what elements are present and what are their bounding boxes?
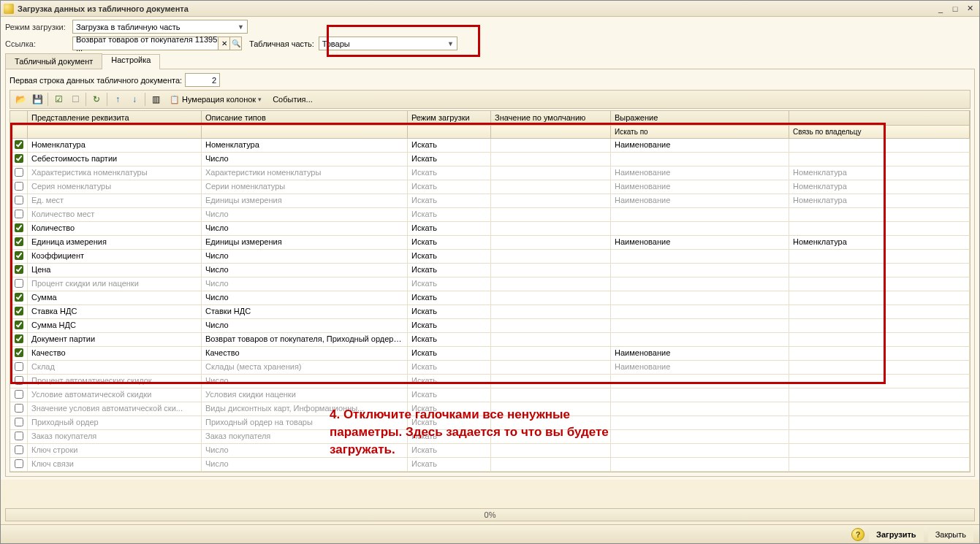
load-button[interactable]: Загрузить: [869, 527, 924, 542]
close-button[interactable]: ✕: [963, 4, 976, 14]
row-link[interactable]: [789, 319, 970, 332]
row-checkbox[interactable]: [15, 168, 23, 177]
row-default[interactable]: [491, 361, 611, 374]
row-expr[interactable]: Наименование: [611, 361, 789, 374]
table-row[interactable]: Характеристика номенклатурыХарактеристик…: [10, 166, 970, 180]
row-checkbox[interactable]: [15, 223, 23, 232]
col-mode[interactable]: Режим загрузки: [408, 111, 491, 125]
row-link[interactable]: [789, 402, 970, 415]
row-expr[interactable]: Наименование: [611, 194, 789, 207]
row-default[interactable]: [491, 375, 611, 388]
row-mode[interactable]: Искать: [408, 361, 491, 374]
row-expr[interactable]: [611, 388, 789, 402]
row-checkbox[interactable]: [15, 334, 23, 343]
row-link[interactable]: Номенклатура: [789, 194, 970, 207]
row-link[interactable]: [789, 277, 970, 291]
move-down-icon[interactable]: ↓: [126, 92, 143, 107]
row-default[interactable]: [491, 388, 611, 402]
row-link[interactable]: [789, 458, 970, 471]
row-expr[interactable]: [611, 333, 789, 346]
table-row[interactable]: КоличествоЧислоИскать: [10, 222, 970, 236]
row-mode[interactable]: Искать: [408, 250, 491, 263]
row-checkbox[interactable]: [15, 237, 23, 246]
refresh-icon[interactable]: ↻: [88, 92, 105, 107]
table-row[interactable]: КачествоКачествоИскатьНаименование: [10, 347, 970, 361]
row-expr[interactable]: Наименование: [611, 236, 789, 249]
table-row[interactable]: СуммаЧислоИскать: [10, 291, 970, 305]
row-expr[interactable]: Наименование: [611, 347, 789, 360]
row-mode[interactable]: Искать: [408, 347, 491, 360]
row-link[interactable]: [789, 305, 970, 318]
move-up-icon[interactable]: ↑: [110, 92, 126, 107]
row-default[interactable]: [491, 180, 611, 194]
tab-settings[interactable]: Настройка: [102, 54, 160, 69]
row-expr[interactable]: Наименование: [611, 180, 789, 194]
row-link[interactable]: Номенклатура: [789, 166, 970, 180]
table-row[interactable]: Документ партииВозврат товаров от покупа…: [10, 333, 970, 347]
row-default[interactable]: [491, 305, 611, 318]
row-mode[interactable]: Искать: [408, 277, 491, 291]
row-expr[interactable]: [611, 375, 789, 388]
row-link[interactable]: [789, 264, 970, 277]
row-default[interactable]: [491, 236, 611, 249]
row-checkbox[interactable]: [15, 321, 23, 329]
row-expr[interactable]: [611, 458, 789, 471]
row-expr[interactable]: [611, 277, 789, 291]
row-link[interactable]: [789, 444, 970, 457]
row-default[interactable]: [491, 291, 611, 304]
row-expr[interactable]: [611, 291, 789, 304]
row-link[interactable]: [789, 153, 970, 166]
row-link[interactable]: [789, 208, 970, 221]
row-checkbox[interactable]: [15, 390, 23, 399]
row-checkbox[interactable]: [15, 182, 23, 191]
row-default[interactable]: [491, 166, 611, 180]
row-expr[interactable]: [611, 416, 789, 429]
row-link[interactable]: [789, 416, 970, 429]
close-footer-button[interactable]: Закрыть: [928, 527, 973, 542]
uncheck-all-icon[interactable]: ☐: [67, 92, 83, 107]
row-link[interactable]: [789, 222, 970, 235]
subcol-link[interactable]: Связь по владельцу: [789, 126, 970, 138]
row-link[interactable]: [789, 139, 970, 152]
row-link[interactable]: [789, 333, 970, 346]
columns-numbering-button[interactable]: 📋 Нумерация колонок ▾: [164, 92, 267, 107]
check-all-icon[interactable]: ☑: [50, 92, 67, 107]
col-name[interactable]: Представление реквизита: [28, 111, 202, 125]
table-row[interactable]: Ставка НДССтавки НДСИскать: [10, 305, 970, 319]
row-mode[interactable]: Искать: [408, 222, 491, 235]
col-type[interactable]: Описание типов: [202, 111, 408, 125]
row-mode[interactable]: Искать: [408, 291, 491, 304]
row-link[interactable]: [789, 291, 970, 304]
row-expr[interactable]: [611, 264, 789, 277]
row-checkbox[interactable]: [15, 293, 23, 302]
maximize-button[interactable]: □: [949, 4, 962, 14]
minimize-button[interactable]: _: [934, 4, 947, 14]
row-mode[interactable]: Искать: [408, 208, 491, 221]
row-expr[interactable]: [611, 153, 789, 166]
row-mode[interactable]: Искать: [408, 180, 491, 194]
col-expr[interactable]: Выражение: [611, 111, 789, 125]
link-input[interactable]: Возврат товаров от покупателя 11395 ... …: [72, 37, 242, 50]
row-mode[interactable]: Искать: [408, 388, 491, 402]
row-default[interactable]: [491, 139, 611, 152]
row-link[interactable]: [789, 250, 970, 263]
row-mode[interactable]: Искать: [408, 153, 491, 166]
row-expr[interactable]: [611, 444, 789, 457]
row-checkbox[interactable]: [15, 404, 23, 413]
row-mode[interactable]: Искать: [408, 236, 491, 249]
table-row[interactable]: Ед. местЕдиницы измеренияИскатьНаименова…: [10, 194, 970, 208]
row-checkbox[interactable]: [15, 210, 23, 218]
row-link[interactable]: [789, 347, 970, 360]
row-checkbox[interactable]: [15, 154, 23, 163]
row-expr[interactable]: Наименование: [611, 139, 789, 152]
table-row[interactable]: КоэффициентЧислоИскать: [10, 250, 970, 264]
row-mode[interactable]: Искать: [408, 305, 491, 318]
columns-icon[interactable]: ▥: [148, 92, 164, 107]
row-checkbox[interactable]: [15, 459, 23, 468]
table-row[interactable]: Сумма НДСЧислоИскать: [10, 319, 970, 333]
row-default[interactable]: [491, 250, 611, 263]
subcol-search[interactable]: Искать по: [611, 126, 789, 138]
col-default[interactable]: Значение по умолчанию: [491, 111, 611, 125]
table-row[interactable]: Себестоимость партииЧислоИскать: [10, 153, 970, 166]
row-checkbox[interactable]: [15, 279, 23, 288]
